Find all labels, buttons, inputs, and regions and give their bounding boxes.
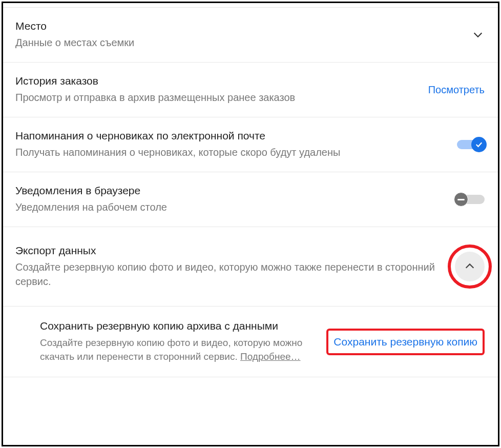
setting-desc-browser-notifications: Уведомления на рабочем столе: [15, 200, 447, 214]
check-icon: [474, 140, 484, 149]
browser-notifications-toggle[interactable]: [457, 193, 485, 206]
setting-title-export-data: Экспорт данных: [15, 245, 445, 257]
setting-desc-export-data: Создайте резервную копию фото и видео, к…: [15, 260, 445, 289]
setting-desc-place: Данные о местах съемки: [15, 35, 461, 50]
toggle-knob-off: [454, 192, 468, 207]
setting-text-block: Напоминания о черновиках по электронной …: [15, 130, 457, 159]
backup-panel: Сохранить резервную копию архива с данны…: [3, 307, 498, 377]
chevron-down-icon: [471, 28, 485, 42]
view-orders-link[interactable]: Посмотреть: [428, 84, 485, 96]
setting-title-draft-reminders: Напоминания о черновиках по электронной …: [15, 130, 447, 142]
chevron-up-icon: [464, 261, 475, 272]
backup-button[interactable]: Сохранить резервную копию: [333, 336, 477, 348]
backup-desc: Создайте резервную копию фото и видео, к…: [40, 336, 316, 363]
setting-row-draft-reminders: Напоминания о черновиках по электронной …: [3, 117, 498, 172]
collapse-button[interactable]: [455, 252, 485, 281]
backup-title: Сохранить резервную копию архива с данны…: [40, 320, 316, 332]
setting-text-block: Уведомления в браузере Уведомления на ра…: [15, 185, 457, 214]
learn-more-link[interactable]: Подробнее…: [240, 351, 301, 362]
setting-title-place: Место: [15, 20, 461, 32]
draft-reminders-toggle[interactable]: [457, 138, 485, 151]
setting-desc-draft-reminders: Получать напоминания о черновиках, котор…: [15, 145, 447, 159]
setting-row-order-history: История заказов Просмотр и отправка в ар…: [3, 63, 498, 117]
toggle-off-track: [457, 195, 485, 204]
setting-text-block: История заказов Просмотр и отправка в ар…: [15, 75, 428, 105]
setting-title-browser-notifications: Уведомления в браузере: [15, 185, 447, 197]
toggle-on-track: [457, 140, 485, 149]
setting-text-block: Место Данные о местах съемки: [15, 20, 471, 50]
settings-container: Место Данные о местах съемки История зак…: [2, 2, 499, 446]
setting-title-order-history: История заказов: [15, 75, 418, 87]
backup-text-block: Сохранить резервную копию архива с данны…: [40, 320, 326, 363]
setting-desc-order-history: Просмотр и отправка в архив размещенных …: [15, 90, 418, 105]
backup-button-highlight: Сохранить резервную копию: [326, 329, 485, 355]
setting-text-block: Экспорт данных Создайте резервную копию …: [15, 245, 455, 289]
setting-row-export-data[interactable]: Экспорт данных Создайте резервную копию …: [3, 227, 498, 307]
setting-row-place[interactable]: Место Данные о местах съемки: [3, 7, 498, 63]
setting-row-browser-notifications: Уведомления в браузере Уведомления на ра…: [3, 172, 498, 227]
toggle-knob-on: [471, 137, 487, 152]
